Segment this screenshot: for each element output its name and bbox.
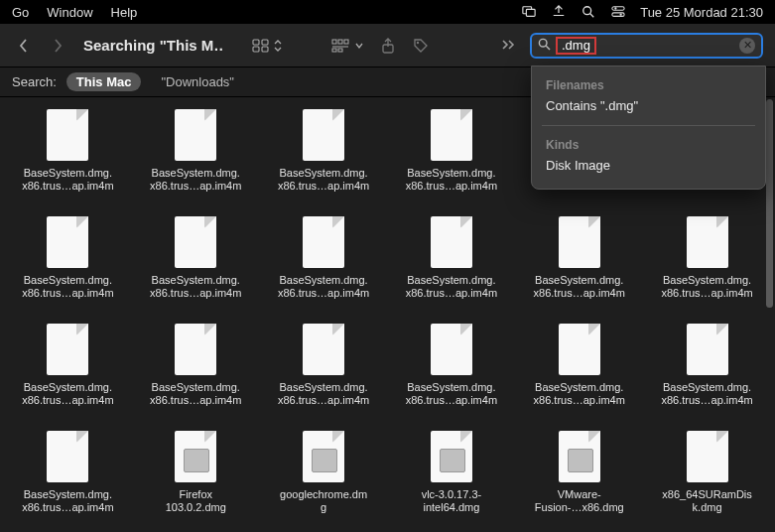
file-item[interactable]: BaseSystem.dmg.x86.trus…ap.im4m <box>260 214 388 322</box>
generic-file-icon <box>431 324 472 375</box>
file-label: BaseSystem.dmg.x86.trus…ap.im4m <box>138 274 253 300</box>
generic-file-icon <box>175 109 216 161</box>
file-item[interactable]: BaseSystem.dmg.x86.trus…ap.im4m <box>132 214 260 322</box>
control-center-icon[interactable] <box>610 4 626 20</box>
tag-button[interactable] <box>413 38 429 54</box>
generic-file-icon <box>47 216 88 268</box>
generic-file-icon <box>47 109 88 161</box>
file-item[interactable]: BaseSystem.dmg.x86.trus…ap.im4m <box>260 107 388 214</box>
menubar: Go Window Help Tue 25 Mordad 21:30 <box>0 0 775 24</box>
file-label: BaseSystem.dmg.x86.trus…ap.im4m <box>650 274 765 300</box>
file-label: googlechrome.dmg <box>266 488 381 514</box>
scope-label: Search: <box>12 74 57 89</box>
search-field[interactable]: .dmg ✕ <box>530 33 763 59</box>
svg-rect-8 <box>253 40 259 45</box>
file-item[interactable]: Firefox103.0.2.dmg <box>132 429 260 532</box>
view-icon-mode-button[interactable] <box>252 39 282 53</box>
file-label: BaseSystem.dmg.x86.trus…ap.im4m <box>266 274 381 300</box>
suggestion-header-filenames: Filenames <box>532 74 765 94</box>
generic-file-icon <box>175 216 216 268</box>
svg-rect-14 <box>344 40 348 44</box>
file-label: Firefox103.0.2.dmg <box>138 488 253 514</box>
file-label: VMware-Fusion-…x86.dmg <box>522 488 637 514</box>
svg-line-3 <box>590 14 594 18</box>
file-label: BaseSystem.dmg.x86.trus…ap.im4m <box>650 381 765 407</box>
menubar-clock[interactable]: Tue 25 Mordad 21:30 <box>640 5 763 20</box>
generic-file-icon <box>687 216 728 268</box>
file-label: x86_64SURamDisk.dmg <box>650 488 765 514</box>
clear-search-button[interactable]: ✕ <box>739 38 755 54</box>
scope-this-mac[interactable]: This Mac <box>66 72 142 91</box>
scrollbar-thumb[interactable] <box>766 99 773 308</box>
menu-go[interactable]: Go <box>12 5 29 20</box>
scope-downloads[interactable]: "Downloads" <box>151 72 244 91</box>
generic-file-icon <box>559 216 600 268</box>
share-button[interactable] <box>381 38 395 54</box>
suggestion-contains-dmg[interactable]: Contains ".dmg" <box>532 94 765 117</box>
svg-rect-17 <box>338 49 342 52</box>
window-title: Searching "This M… <box>83 37 222 54</box>
file-item[interactable]: BaseSystem.dmg.x86.trus…ap.im4m <box>132 322 260 429</box>
file-label: BaseSystem.dmg.x86.trus…ap.im4m <box>10 274 125 300</box>
suggestion-separator <box>542 125 755 126</box>
svg-rect-10 <box>253 47 259 52</box>
generic-file-icon <box>559 324 600 375</box>
disk-image-file-icon <box>431 431 472 482</box>
menu-window[interactable]: Window <box>47 5 92 20</box>
file-item[interactable]: BaseSystem.dmg.x86.trus…ap.im4m <box>4 107 132 214</box>
file-item[interactable]: BaseSystem.dmg.x86.trus…ap.im4m <box>643 214 771 322</box>
file-item[interactable]: BaseSystem.dmg.x86.trus…ap.im4m <box>132 107 260 214</box>
svg-point-20 <box>539 39 547 47</box>
spotlight-icon[interactable] <box>581 4 596 20</box>
file-label: BaseSystem.dmg.x86.trus…ap.im4m <box>10 488 125 514</box>
nav-forward-button[interactable] <box>46 39 69 53</box>
group-by-button[interactable] <box>331 38 363 54</box>
file-item[interactable]: BaseSystem.dmg.x86.trus…ap.im4m <box>643 322 771 429</box>
generic-file-icon <box>687 324 728 375</box>
file-label: BaseSystem.dmg.x86.trus…ap.im4m <box>522 274 637 300</box>
file-item[interactable]: BaseSystem.dmg.x86.trus…ap.im4m <box>4 322 132 429</box>
nav-back-button[interactable] <box>12 39 36 53</box>
generic-file-icon <box>47 324 88 375</box>
generic-file-icon <box>303 109 344 161</box>
file-item[interactable]: vlc-3.0.17.3-intel64.dmg <box>387 429 515 532</box>
search-input[interactable]: .dmg <box>556 37 596 55</box>
file-item[interactable]: x86_64SURamDisk.dmg <box>643 429 771 532</box>
file-item[interactable]: BaseSystem.dmg.x86.trus…ap.im4m <box>515 214 643 322</box>
keyboard-input-icon[interactable] <box>551 4 567 20</box>
file-label: BaseSystem.dmg.x86.trus…ap.im4m <box>394 274 509 300</box>
toolbar-overflow-button[interactable] <box>502 37 516 55</box>
menu-help[interactable]: Help <box>111 5 138 20</box>
disk-image-file-icon <box>175 431 216 482</box>
svg-rect-11 <box>262 47 268 52</box>
file-item[interactable]: BaseSystem.dmg.x86.trus…ap.im4m <box>387 214 515 322</box>
file-item[interactable]: BaseSystem.dmg.x86.trus…ap.im4m <box>260 322 388 429</box>
screen-mirror-icon[interactable] <box>521 4 537 20</box>
svg-rect-13 <box>338 40 342 44</box>
file-item[interactable]: VMware-Fusion-…x86.dmg <box>515 429 643 532</box>
file-item[interactable]: BaseSystem.dmg.x86.trus…ap.im4m <box>387 107 515 214</box>
svg-point-5 <box>614 7 616 9</box>
svg-point-7 <box>620 13 622 15</box>
file-label: BaseSystem.dmg.x86.trus…ap.im4m <box>10 167 125 193</box>
file-item[interactable]: googlechrome.dmg <box>260 429 388 532</box>
file-item[interactable]: BaseSystem.dmg.x86.trus…ap.im4m <box>4 429 132 532</box>
file-item[interactable]: BaseSystem.dmg.x86.trus…ap.im4m <box>515 322 643 429</box>
search-icon <box>538 37 551 55</box>
generic-file-icon <box>175 324 216 375</box>
file-label: BaseSystem.dmg.x86.trus…ap.im4m <box>522 381 637 407</box>
search-suggestions-dropdown: Filenames Contains ".dmg" Kinds Disk Ima… <box>531 66 766 190</box>
svg-rect-16 <box>332 49 336 52</box>
file-label: BaseSystem.dmg.x86.trus…ap.im4m <box>266 167 381 193</box>
vertical-scrollbar[interactable] <box>765 99 774 530</box>
toolbar: Searching "This M… .dmg ✕ <box>0 24 775 67</box>
svg-line-21 <box>546 46 550 50</box>
file-label: BaseSystem.dmg.x86.trus…ap.im4m <box>394 167 509 193</box>
suggestion-disk-image[interactable]: Disk Image <box>532 154 765 177</box>
svg-rect-1 <box>527 9 536 16</box>
svg-rect-12 <box>332 40 336 44</box>
file-item[interactable]: BaseSystem.dmg.x86.trus…ap.im4m <box>4 214 132 322</box>
file-label: BaseSystem.dmg.x86.trus…ap.im4m <box>266 381 381 407</box>
file-item[interactable]: BaseSystem.dmg.x86.trus…ap.im4m <box>387 322 515 429</box>
svg-rect-6 <box>612 13 624 17</box>
